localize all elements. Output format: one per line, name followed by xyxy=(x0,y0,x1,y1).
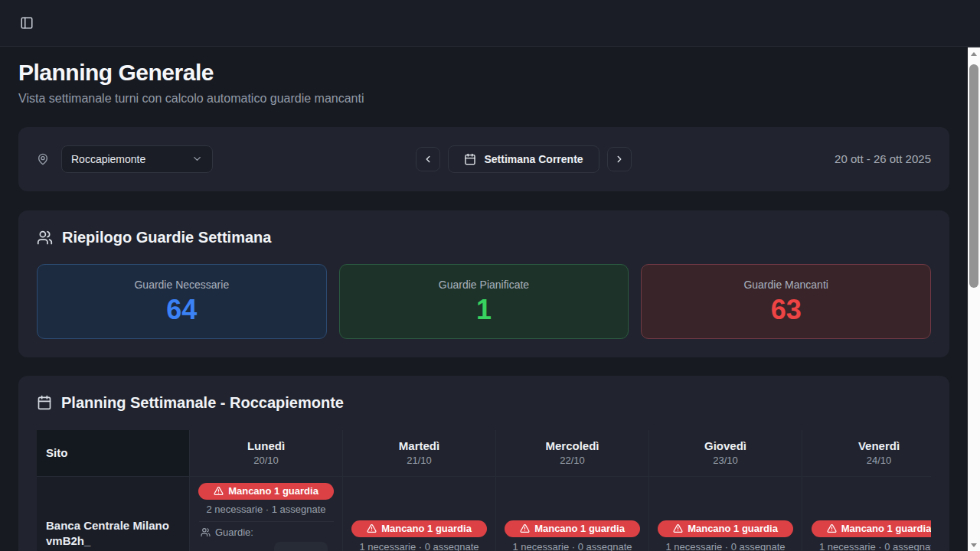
stat-label: Guardie Pianificate xyxy=(439,279,529,291)
site-name-cell: Banca Centrale Milano vmB2h_ xyxy=(37,477,190,551)
cell-stats: 2 necessarie · 1 assegnate xyxy=(206,504,325,515)
guards-label-row: Guardie: xyxy=(190,527,342,538)
users-icon xyxy=(201,527,211,537)
warning-icon xyxy=(214,486,224,496)
shortage-badge: Mancano 1 guardia xyxy=(351,520,487,537)
stat-value: 64 xyxy=(166,296,197,324)
shortage-badge: Mancano 1 guardia xyxy=(812,520,931,537)
vertical-scrollbar[interactable] xyxy=(968,47,980,551)
warning-icon xyxy=(367,523,377,533)
guards-label: Guardie: xyxy=(215,527,253,538)
week-nav: Settimana Corrente xyxy=(416,145,631,173)
stat-value: 63 xyxy=(771,296,802,324)
summary-title: Riepilogo Guardie Settimana xyxy=(62,229,271,246)
day-cell-venerdi: Mancano 1 guardia 1 necessarie · 0 asseg… xyxy=(802,477,931,551)
day-cell-martedi: Mancano 1 guardia 1 necessarie · 0 asseg… xyxy=(343,477,496,551)
day-column-header: Mercoledì 22/10 xyxy=(496,430,649,476)
stat-label: Guardie Necessarie xyxy=(134,279,229,291)
location-select-value: Roccapiemonte xyxy=(71,153,145,165)
chevron-left-icon xyxy=(423,154,433,165)
summary-section: Riepilogo Guardie Settimana Guardie Nece… xyxy=(18,210,949,357)
prev-week-button[interactable] xyxy=(416,147,440,171)
main-content: Planning Generale Vista settimanale turn… xyxy=(0,47,968,551)
stat-value: 1 xyxy=(476,296,492,324)
date-range-label: 20 ott - 26 ott 2025 xyxy=(835,152,931,165)
shortage-badge: Mancano 1 guardia xyxy=(658,520,793,537)
cell-stats: 1 necessarie · 0 assegnate xyxy=(512,541,632,551)
warning-icon xyxy=(673,523,683,533)
day-column-header: Giovedì 23/10 xyxy=(649,430,802,476)
scrollbar-thumb[interactable] xyxy=(969,64,978,288)
day-cell-giovedi: Mancano 1 guardia 1 necessarie · 0 asseg… xyxy=(649,477,802,551)
summary-stats: Guardie Necessarie 64 Guardie Pianificat… xyxy=(37,264,931,339)
stat-label: Guardie Mancanti xyxy=(743,279,828,291)
shortage-badge: Mancano 1 guardia xyxy=(198,483,334,500)
day-column-header: Venerdì 24/10 xyxy=(802,430,931,476)
site-column-header: Sito xyxy=(37,430,190,476)
page-subtitle: Vista settimanale turni con calcolo auto… xyxy=(18,92,949,106)
cell-stats: 1 necessarie · 0 assegnate xyxy=(665,541,785,551)
stat-card-necessarie: Guardie Necessarie 64 xyxy=(37,264,327,339)
warning-icon xyxy=(827,523,837,533)
map-pin-icon xyxy=(37,153,49,165)
day-column-header: Martedì 21/10 xyxy=(343,430,496,476)
planning-title: Planning Settimanale - Roccapiemonte xyxy=(61,394,344,412)
chevron-right-icon xyxy=(614,154,625,165)
warning-icon xyxy=(520,523,530,533)
panel-left-icon xyxy=(20,16,34,30)
current-week-label: Settimana Corrente xyxy=(484,153,583,165)
planning-section: Planning Settimanale - Roccapiemonte Sit… xyxy=(18,376,949,551)
scrollbar-down-button[interactable] xyxy=(968,539,980,551)
calendar-icon xyxy=(37,395,52,410)
cell-stats: 1 necessarie · 0 assegnate xyxy=(359,541,479,551)
calendar-icon xyxy=(464,153,476,165)
site-name: Banca Centrale Milano vmB2h_ xyxy=(46,518,180,549)
scrollbar-up-button[interactable] xyxy=(968,47,980,60)
topbar xyxy=(0,0,980,47)
location-group: Roccapiemonte xyxy=(37,145,213,173)
day-cell-mercoledi: Mancano 1 guardia 1 necessarie · 0 asseg… xyxy=(496,477,649,551)
chevron-down-icon xyxy=(191,153,203,165)
divider xyxy=(199,521,334,522)
guard-chip[interactable] xyxy=(274,542,328,551)
sidebar-toggle-button[interactable] xyxy=(17,13,37,33)
arrow-down-icon xyxy=(971,543,977,547)
arrow-up-icon xyxy=(971,52,977,56)
day-cell-lunedi: Mancano 1 guardia 2 necessarie · 1 asseg… xyxy=(190,477,343,551)
stat-card-pianificate: Guardie Pianificate 1 xyxy=(339,264,629,339)
table-row: Banca Centrale Milano vmB2h_ Mancano 1 g… xyxy=(37,477,931,551)
cell-stats: 1 necessarie · 0 assegnate xyxy=(819,541,931,551)
page-title: Planning Generale xyxy=(18,60,949,85)
next-week-button[interactable] xyxy=(607,147,632,171)
planning-table: Sito Lunedì 20/10 Martedì 21/10 Mercoled… xyxy=(37,430,931,551)
shortage-badge: Mancano 1 guardia xyxy=(505,520,640,537)
day-column-header: Lunedì 20/10 xyxy=(190,430,343,476)
location-select[interactable]: Roccapiemonte xyxy=(61,145,213,173)
users-icon xyxy=(37,230,53,246)
stat-card-mancanti: Guardie Mancanti 63 xyxy=(641,264,931,339)
table-header-row: Sito Lunedì 20/10 Martedì 21/10 Mercoled… xyxy=(37,430,931,477)
filter-bar: Roccapiemonte Settimana Corrente xyxy=(18,127,949,191)
current-week-button[interactable]: Settimana Corrente xyxy=(448,145,599,173)
